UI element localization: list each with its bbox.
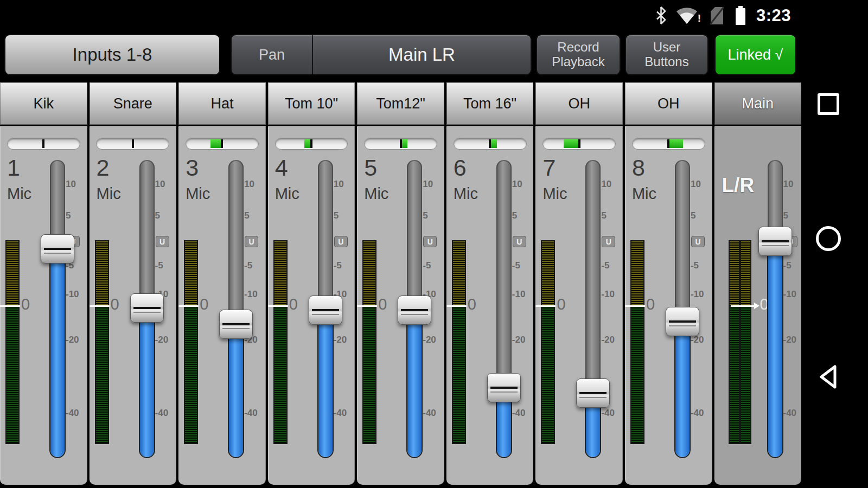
channel-number: 7 [542,155,556,181]
fader-scale-label: 10 [512,179,532,190]
pan-slider[interactable] [632,138,705,150]
pan-slider[interactable] [454,138,527,150]
channel-name: Tom 10" [285,95,338,112]
fader-track[interactable] [496,160,512,388]
unity-marker: U [691,236,705,247]
level-meter-right [740,240,751,444]
back-triangle-icon[interactable] [819,364,838,391]
fader-track[interactable] [675,160,690,322]
fader-scale-label: 5 [423,210,442,221]
fader-track[interactable] [228,160,244,324]
channel-source-label: Mic [454,185,478,203]
fader-scale-label: -10 [601,289,621,300]
fader-track[interactable] [585,160,601,393]
main-lr-mix-button[interactable]: Main LR [312,35,531,74]
pan-slider[interactable] [7,138,80,150]
fader-scale-label: -40 [334,408,353,419]
meter-green-zone [741,306,750,443]
fader-track[interactable] [139,160,155,308]
channel-name-header[interactable]: Tom 16" [446,82,534,125]
meter-green-zone [185,306,197,443]
inputs-bank-button[interactable]: Inputs 1-8 [4,34,220,75]
channel-strip-body: L/R 0 U 105-5-10-20-40 [714,126,802,485]
channel-name-header[interactable]: Main [714,82,802,125]
user-buttons-button[interactable]: User Buttons [625,34,709,75]
fader-track-fill[interactable] [140,308,154,457]
fader-thumb[interactable] [219,310,253,339]
channel-name-header[interactable]: Snare [90,82,177,125]
fader-track[interactable] [407,160,422,310]
fader-scale-label: -20 [601,335,621,345]
mixer-strips: Kik 1 Mic 0 U [0,82,801,488]
meter-green-zone [730,306,739,443]
recents-square-icon[interactable] [818,93,839,115]
fader-thumb[interactable] [576,378,610,408]
meter-zero-line [357,305,377,307]
channel-name-header[interactable]: OH [535,82,623,125]
fader-scale-label: 10 [155,179,175,190]
record-playback-line2: Playback [552,55,604,69]
record-playback-button[interactable]: Record Playback [536,34,621,75]
pan-mainlr-button-group: Pan Main LR [231,34,532,75]
channel-number: 5 [364,155,377,181]
fader-thumb-groove [762,240,789,242]
fader-track-fill[interactable] [50,249,65,457]
level-meter [95,240,109,444]
pan-slider[interactable] [275,138,348,150]
fader-thumb[interactable] [666,307,699,336]
fader-scale-label: -40 [66,408,85,419]
channel-strip-body: 3 Mic 0 U 105-5-10-20-40 [178,126,266,485]
channel-strip-body: 8 Mic 0 U 105-5-10-20-40 [625,126,712,485]
pan-slider[interactable] [186,138,259,150]
pan-amount-indicator [210,139,222,148]
linked-toggle-button[interactable]: Linked √ [714,34,796,75]
meter-zero-label: 0 [289,296,298,313]
pan-amount-indicator [668,139,683,148]
user-buttons-line1: User [653,40,681,55]
fader-thumb[interactable] [398,296,431,325]
pan-slider[interactable] [542,138,616,150]
channel-number: 3 [186,155,199,181]
fader-thumb-highlight [312,314,339,315]
meter-green-zone [275,306,286,443]
fader-track-fill[interactable] [318,310,333,457]
pan-slider[interactable] [364,138,437,150]
channel-name-header[interactable]: OH [625,82,712,125]
channel-name-header[interactable]: Tom 10" [268,82,355,125]
fader-thumb-highlight [401,314,428,315]
fader-track-fill[interactable] [229,324,243,457]
main-lr-mix-label: Main LR [388,44,455,65]
fader-track-fill[interactable] [768,241,782,457]
linked-toggle-label: Linked √ [728,47,783,63]
channel-name-header[interactable]: Kik [0,82,87,125]
fader-thumb[interactable] [130,293,164,323]
home-circle-icon[interactable] [816,226,841,251]
fader-scale-label: 5 [601,210,621,221]
channel-strip-body: 6 Mic 0 U 105-5-10-20-40 [446,126,534,485]
level-meter [184,240,198,444]
pan-mode-button[interactable]: Pan [232,35,312,74]
fader-thumb[interactable] [487,373,521,402]
fader-scale-label: -5 [601,260,621,271]
channel-name-header[interactable]: Hat [178,82,266,125]
fader-thumb[interactable] [758,227,792,256]
fader-thumb[interactable] [41,234,74,264]
fader-scale-label: -20 [334,335,353,345]
channel-name-header[interactable]: Tom12" [357,82,444,125]
fader-track-fill[interactable] [675,322,690,457]
meter-zero-line [625,305,645,307]
fader-track-fill[interactable] [407,310,422,457]
no-sim-icon [709,6,725,25]
meter-yellow-zone [7,241,18,306]
unity-marker: U [423,236,437,247]
meter-zero-line [731,305,755,307]
fader-thumb[interactable] [309,296,342,325]
pan-center-tick [578,139,580,148]
wifi-warning-badge: ! [698,12,701,24]
fader-scale-label: 10 [244,179,264,190]
user-buttons-line2: Buttons [644,55,688,69]
meter-zero-line [0,305,20,307]
channel-name: OH [658,95,680,112]
pan-slider[interactable] [96,138,169,150]
fader-track[interactable] [318,160,333,310]
